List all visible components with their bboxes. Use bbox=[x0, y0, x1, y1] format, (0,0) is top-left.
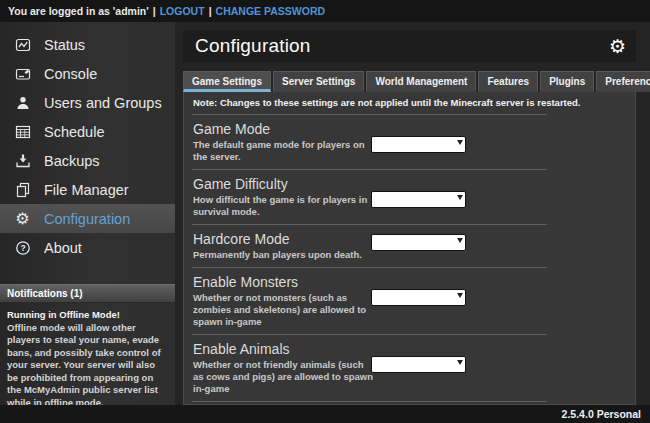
logout-link[interactable]: LOGOUT bbox=[160, 5, 205, 17]
setting-title: Game Mode bbox=[193, 121, 547, 137]
setting-title: Game Difficulty bbox=[193, 176, 547, 192]
gear-icon[interactable]: ⚙ bbox=[609, 37, 626, 56]
hardcore-mode-select[interactable] bbox=[371, 234, 466, 251]
gear-icon: ⚙ bbox=[14, 210, 31, 227]
tab-preferences[interactable]: Preferences bbox=[596, 71, 650, 92]
sidebar-item-label: Status bbox=[44, 37, 85, 53]
tab-world-management[interactable]: World Management bbox=[366, 71, 476, 92]
tab-bar: Game Settings Server Settings World Mana… bbox=[183, 71, 636, 92]
sidebar-item-label: Backups bbox=[44, 153, 100, 169]
main-area: Configuration ⚙ Game Settings Server Set… bbox=[175, 22, 650, 405]
setting-title: Enable Monsters bbox=[193, 274, 547, 290]
game-mode-select[interactable] bbox=[371, 136, 466, 153]
sidebar-item-label: Console bbox=[44, 66, 97, 82]
setting-description: How difficult the game is for players in… bbox=[193, 194, 375, 218]
tab-features[interactable]: Features bbox=[478, 71, 538, 92]
backups-icon bbox=[14, 152, 31, 169]
tab-game-settings[interactable]: Game Settings bbox=[183, 71, 271, 92]
sidebar-item-label: Configuration bbox=[44, 211, 130, 227]
setting-row-enable-monsters: Enable Monsters Whether or not monsters … bbox=[192, 268, 547, 335]
enable-animals-select[interactable] bbox=[371, 356, 466, 373]
setting-row-hardcore-mode: Hardcore Mode Permanently ban players up… bbox=[192, 225, 547, 268]
tab-server-settings[interactable]: Server Settings bbox=[273, 71, 364, 92]
sidebar-item-status[interactable]: Status bbox=[0, 30, 175, 59]
sidebar: Status Console Users and Groups Schedule bbox=[0, 22, 175, 405]
separator: | bbox=[209, 5, 212, 17]
change-password-link[interactable]: CHANGE PASSWORD bbox=[216, 5, 325, 17]
sidebar-item-about[interactable]: ? About bbox=[0, 233, 175, 262]
setting-row-enable-animals: Enable Animals Whether or not friendly a… bbox=[192, 335, 547, 402]
setting-row-game-difficulty: Game Difficulty How difficult the game i… bbox=[192, 170, 547, 225]
sidebar-item-console[interactable]: Console bbox=[0, 59, 175, 88]
setting-description: Whether or not friendly animals (such as… bbox=[193, 359, 375, 395]
setting-title: Hardcore Mode bbox=[193, 231, 547, 247]
status-icon bbox=[14, 36, 31, 53]
setting-description: Whether or not monsters (such as zombies… bbox=[193, 292, 375, 328]
svg-text:?: ? bbox=[20, 243, 25, 253]
notifications-header: Notifications (1) bbox=[0, 284, 175, 303]
setting-row-enable-npcs: Enable NPCs Whether or not friendly mobs… bbox=[192, 402, 547, 405]
setting-description: Permanently ban players upon death. bbox=[193, 249, 375, 261]
logged-in-text: You are logged in as 'admin' bbox=[8, 5, 149, 17]
setting-title: Enable Animals bbox=[193, 341, 547, 357]
setting-row-game-mode: Game Mode The default game mode for play… bbox=[192, 115, 547, 170]
notifications-panel: Notifications (1) Running in Offline Mod… bbox=[0, 284, 175, 405]
enable-monsters-select[interactable] bbox=[371, 289, 466, 306]
sidebar-item-label: File Manager bbox=[44, 182, 129, 198]
file-manager-icon bbox=[14, 181, 31, 198]
content-header: Configuration ⚙ bbox=[183, 30, 636, 62]
notification-title: Running in Offline Mode! bbox=[7, 309, 168, 322]
console-icon bbox=[14, 65, 31, 82]
sidebar-item-configuration[interactable]: ⚙ Configuration bbox=[0, 204, 175, 233]
restart-note: Note: Changes to these settings are not … bbox=[192, 92, 547, 115]
tab-plugins[interactable]: Plugins bbox=[540, 71, 594, 92]
sidebar-item-users-and-groups[interactable]: Users and Groups bbox=[0, 88, 175, 117]
sidebar-item-file-manager[interactable]: File Manager bbox=[0, 175, 175, 204]
version-label: 2.5.4.0 Personal bbox=[562, 408, 641, 420]
page-title: Configuration bbox=[195, 35, 311, 57]
sidebar-item-label: About bbox=[44, 240, 82, 256]
separator: | bbox=[153, 5, 156, 17]
notification-text: Offline mode will allow other players to… bbox=[7, 322, 168, 406]
schedule-icon bbox=[14, 123, 31, 140]
status-bar: 2.5.4.0 Personal bbox=[0, 405, 650, 423]
sidebar-nav: Status Console Users and Groups Schedule bbox=[0, 22, 175, 262]
about-icon: ? bbox=[14, 239, 31, 256]
sidebar-item-schedule[interactable]: Schedule bbox=[0, 117, 175, 146]
sidebar-item-label: Schedule bbox=[44, 124, 104, 140]
sidebar-item-backups[interactable]: Backups bbox=[0, 146, 175, 175]
notification-body: Running in Offline Mode! Offline mode wi… bbox=[0, 303, 175, 405]
sidebar-item-label: Users and Groups bbox=[44, 95, 162, 111]
game-difficulty-select[interactable] bbox=[371, 191, 466, 208]
users-icon bbox=[14, 94, 31, 111]
topbar: You are logged in as 'admin' | LOGOUT | … bbox=[0, 0, 650, 22]
setting-description: The default game mode for players on the… bbox=[193, 139, 375, 163]
settings-panel: Note: Changes to these settings are not … bbox=[183, 92, 636, 405]
